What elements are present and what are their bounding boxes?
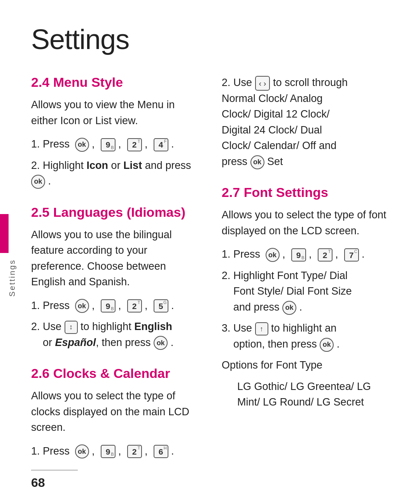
key-6h-clocks: 6H bbox=[154, 445, 168, 458]
step-text-lang-1: ok , 9B , 2T , 5G . bbox=[75, 298, 198, 314]
section-title-languages: 2.5 Languages (Idiomas) bbox=[31, 205, 198, 220]
step-text-clocks-1: ok , 9B , 2T , 6H . bbox=[75, 443, 198, 459]
key-5g-lang: 5G bbox=[154, 299, 168, 313]
key-9b-lang: 9B bbox=[101, 299, 116, 313]
section-languages: 2.5 Languages (Idiomas) Allows you to us… bbox=[31, 205, 198, 351]
page-container: Settings Settings 2.4 Menu Style Allows … bbox=[0, 0, 420, 504]
arrow-updown-icon: ↕ bbox=[65, 321, 78, 334]
step-font-1: 1. Press ok , 9B , 2T , 7C . bbox=[222, 246, 389, 262]
right-column: 2. Use ‹ › to scroll through Normal Cloc… bbox=[222, 75, 389, 474]
step-number-clocks: 1. Press bbox=[31, 443, 73, 459]
key-2t-font: 2T bbox=[318, 248, 332, 262]
section-body-clocks: Allows you to select the type of clocks … bbox=[31, 388, 198, 436]
left-column: 2.4 Menu Style Allows you to view the Me… bbox=[31, 75, 198, 474]
step-text-clocks-2: 2. Use ‹ › to scroll through Normal Cloc… bbox=[222, 75, 389, 169]
step-text-options-label: Options for Font Type bbox=[222, 357, 389, 373]
section-body-languages: Allows you to use the bilingual feature … bbox=[31, 227, 198, 290]
page-number: 68 bbox=[31, 476, 45, 490]
key-2t-lang: 2T bbox=[127, 299, 142, 313]
section-title-font: 2.7 Font Settings bbox=[222, 185, 389, 200]
ok-button-icon2: ok bbox=[31, 175, 45, 189]
options-label: Options for Font Type bbox=[222, 357, 389, 373]
section-clocks: 2.6 Clocks & Calendar Allows you to sele… bbox=[31, 366, 198, 459]
step-menu-1: 1. Press ok , 9B , 2T , 4F . bbox=[31, 136, 198, 152]
ok-button-icon: ok bbox=[75, 138, 89, 152]
divider-line bbox=[31, 470, 78, 471]
step-clocks-2: 2. Use ‹ › to scroll through Normal Cloc… bbox=[222, 75, 389, 169]
step-text-font-1: ok , 9B , 2T , 7C . bbox=[266, 246, 389, 262]
step-text-menu-2: 2. Highlight Icon or List and press ok . bbox=[31, 158, 198, 189]
step-clocks-1: 1. Press ok , 9B , 2T , 6H . bbox=[31, 443, 198, 459]
options-text: LG Gothic/ LG Greentea/ LG Mint/ LG Roun… bbox=[222, 379, 389, 410]
key-2t-icon: 2T bbox=[127, 138, 142, 151]
key-4f-icon: 4F bbox=[154, 138, 168, 151]
step-text-font-2: 2. Highlight Font Type/ Dial Font Style/… bbox=[222, 268, 389, 315]
key-9b-font: 9B bbox=[291, 248, 306, 262]
ok-button-clocks: ok bbox=[75, 444, 89, 458]
step-font-2: 2. Highlight Font Type/ Dial Font Style/… bbox=[222, 268, 389, 315]
key-2t-clocks: 2T bbox=[127, 445, 142, 458]
step-number: 1. Press bbox=[31, 136, 73, 152]
content-columns: 2.4 Menu Style Allows you to view the Me… bbox=[31, 75, 389, 474]
section-font-settings: 2.7 Font Settings Allows you to select t… bbox=[222, 185, 389, 410]
key-9b-icon: 9B bbox=[101, 138, 116, 151]
ok-button-font3: ok bbox=[320, 338, 334, 352]
step-lang-2: 2. Use ↕ to highlight English or Español… bbox=[31, 319, 198, 350]
section-title-menu-style: 2.4 Menu Style bbox=[31, 75, 198, 90]
ok-button-clocks2: ok bbox=[250, 155, 264, 169]
section-title-clocks: 2.6 Clocks & Calendar bbox=[31, 366, 198, 381]
arrow-up-icon: ↑ bbox=[255, 322, 268, 335]
step-text-font-3: 3. Use ↑ to highlight an option, then pr… bbox=[222, 320, 389, 352]
ok-button-lang: ok bbox=[75, 299, 89, 313]
page-title: Settings bbox=[31, 23, 389, 55]
side-label: Settings bbox=[8, 259, 17, 297]
step-text-lang-2: 2. Use ↕ to highlight English or Español… bbox=[31, 319, 198, 350]
section-menu-style: 2.4 Menu Style Allows you to view the Me… bbox=[31, 75, 198, 189]
step-menu-2: 2. Highlight Icon or List and press ok . bbox=[31, 158, 198, 189]
step-text-options: LG Gothic/ LG Greentea/ LG Mint/ LG Roun… bbox=[237, 379, 389, 410]
section-body-font: Allows you to select the type of font di… bbox=[222, 207, 389, 239]
section-clocks-right: 2. Use ‹ › to scroll through Normal Cloc… bbox=[222, 75, 389, 169]
ok-button-font2: ok bbox=[282, 301, 296, 315]
lr-nav-icon: ‹ › bbox=[255, 76, 270, 91]
step-number-lang: 1. Press bbox=[31, 298, 73, 314]
step-text: ok , 9B , 2T , 4F . bbox=[75, 136, 198, 152]
step-lang-1: 1. Press ok , 9B , 2T , 5G . bbox=[31, 298, 198, 314]
key-7c-font: 7C bbox=[344, 248, 359, 262]
pink-sidebar-bar bbox=[0, 214, 9, 253]
ok-button-font: ok bbox=[266, 248, 280, 262]
step-number-font: 1. Press bbox=[222, 246, 263, 262]
ok-button-lang2: ok bbox=[154, 336, 168, 350]
key-9b-clocks: 9B bbox=[101, 445, 116, 458]
section-body-menu-style: Allows you to view the Menu in either Ic… bbox=[31, 97, 198, 128]
step-font-3: 3. Use ↑ to highlight an option, then pr… bbox=[222, 320, 389, 352]
